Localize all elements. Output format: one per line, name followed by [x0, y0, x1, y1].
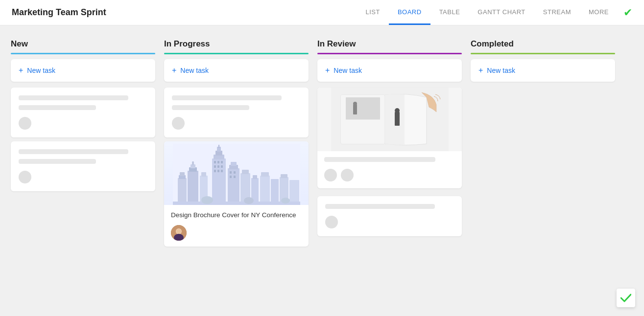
column-new: New + New task	[11, 39, 155, 302]
svg-rect-35	[260, 176, 270, 205]
skeleton-card-2	[11, 141, 155, 191]
svg-rect-9	[201, 172, 206, 177]
column-title-in-review: In Review	[317, 39, 462, 49]
column-header-in-review: In Review	[317, 39, 462, 54]
skeleton-line	[324, 157, 435, 162]
column-completed: Completed + New task	[471, 39, 615, 302]
skeleton-row	[325, 214, 454, 228]
tab-more[interactable]: MORE	[580, 0, 618, 25]
new-task-button-new[interactable]: + New task	[11, 59, 155, 82]
svg-rect-18	[214, 165, 216, 168]
svg-point-42	[201, 196, 213, 204]
svg-rect-19	[217, 165, 219, 168]
tab-board[interactable]: BOARD	[389, 0, 430, 25]
svg-rect-16	[217, 161, 219, 163]
plus-icon-new: +	[19, 66, 23, 75]
header: Marketing Team Sprint LIST BOARD TABLE G…	[0, 0, 644, 25]
nav-tabs: LIST BOARD TABLE GANTT CHART STREAM MORE…	[357, 0, 632, 25]
skeleton-line	[172, 95, 282, 100]
svg-rect-24	[228, 168, 239, 205]
svg-rect-26	[231, 162, 237, 166]
review-img-card[interactable]	[317, 88, 462, 188]
column-title-new: New	[11, 39, 155, 49]
task-card-ny-conference[interactable]: Design Brochure Cover for NY Conference	[164, 141, 309, 247]
plus-icon-in-progress: +	[172, 66, 176, 75]
column-bar-in-review	[317, 53, 462, 54]
svg-rect-17	[221, 161, 223, 163]
new-task-button-completed[interactable]: + New task	[471, 59, 615, 82]
skeleton-card-1	[11, 88, 155, 137]
tab-gantt[interactable]: GANTT CHART	[469, 0, 534, 25]
svg-rect-41	[173, 202, 300, 205]
skeleton-card-review	[317, 196, 462, 236]
svg-rect-27	[230, 171, 232, 174]
svg-rect-1	[178, 178, 187, 205]
column-header-in-progress: In Progress	[164, 39, 309, 54]
skeleton-line	[172, 105, 249, 110]
page-title: Marketing Team Sprint	[12, 7, 106, 18]
review-img-body	[317, 151, 462, 188]
new-task-button-in-review[interactable]: + New task	[317, 59, 462, 82]
svg-rect-30	[234, 176, 236, 178]
skeleton-avatar	[324, 169, 337, 181]
skeleton-row	[19, 169, 147, 183]
column-header-completed: Completed	[471, 39, 615, 54]
svg-rect-37	[271, 179, 279, 205]
svg-rect-21	[214, 170, 216, 172]
cards-list-in-review: + New task	[317, 59, 462, 236]
svg-rect-4	[188, 171, 198, 205]
svg-point-58	[353, 102, 357, 106]
skeleton-avatar	[172, 117, 185, 130]
column-title-in-progress: In Progress	[164, 39, 309, 49]
city-illustration	[164, 141, 309, 205]
svg-point-44	[281, 198, 290, 203]
svg-point-60	[395, 108, 400, 113]
svg-rect-39	[281, 174, 287, 178]
tab-list[interactable]: LIST	[357, 0, 388, 25]
skeleton-avatar	[341, 169, 354, 181]
svg-rect-22	[217, 170, 219, 172]
svg-rect-34	[253, 175, 257, 179]
skeleton-line	[19, 159, 96, 164]
column-title-completed: Completed	[471, 39, 615, 49]
svg-rect-3	[180, 172, 185, 176]
cards-list-completed: + New task	[471, 59, 615, 84]
column-bar-in-progress	[164, 53, 309, 54]
skeleton-row	[324, 167, 455, 181]
new-task-label-in-progress: New task	[180, 67, 209, 74]
cards-list-in-progress: + New task	[164, 59, 309, 247]
svg-point-48	[176, 229, 181, 234]
tab-table[interactable]: TABLE	[430, 0, 469, 25]
tab-stream[interactable]: STREAM	[534, 0, 580, 25]
svg-rect-15	[214, 161, 216, 163]
task-card-avatar	[171, 225, 187, 241]
bottom-check-icon	[617, 289, 635, 307]
new-task-label-new: New task	[27, 67, 55, 74]
plus-icon-in-review: +	[325, 66, 330, 75]
skeleton-row	[172, 115, 301, 130]
skeleton-line	[19, 105, 96, 110]
task-card-body: Design Brochure Cover for NY Conference	[164, 205, 309, 247]
task-card-title: Design Brochure Cover for NY Conference	[171, 211, 302, 220]
skeleton-avatar	[19, 171, 31, 183]
skeleton-line	[19, 95, 128, 100]
svg-rect-59	[395, 112, 400, 126]
book-illustration	[317, 88, 462, 151]
column-header-new: New	[11, 39, 155, 54]
plus-icon-completed: +	[478, 66, 483, 75]
svg-rect-40	[289, 180, 299, 205]
cards-list-new: + New task	[11, 59, 155, 191]
svg-rect-57	[353, 105, 357, 114]
svg-rect-20	[221, 165, 223, 168]
new-task-label-in-review: New task	[334, 67, 362, 74]
check-icon: ✔	[623, 6, 632, 19]
skeleton-card-3	[164, 88, 309, 137]
skeleton-line	[325, 204, 435, 209]
svg-rect-29	[230, 176, 232, 178]
svg-rect-7	[192, 161, 194, 165]
column-bar-new	[11, 53, 155, 54]
skeleton-avatar	[19, 117, 31, 130]
skeleton-line	[19, 149, 128, 154]
new-task-button-in-progress[interactable]: + New task	[164, 59, 309, 82]
skeleton-avatar	[325, 216, 338, 228]
